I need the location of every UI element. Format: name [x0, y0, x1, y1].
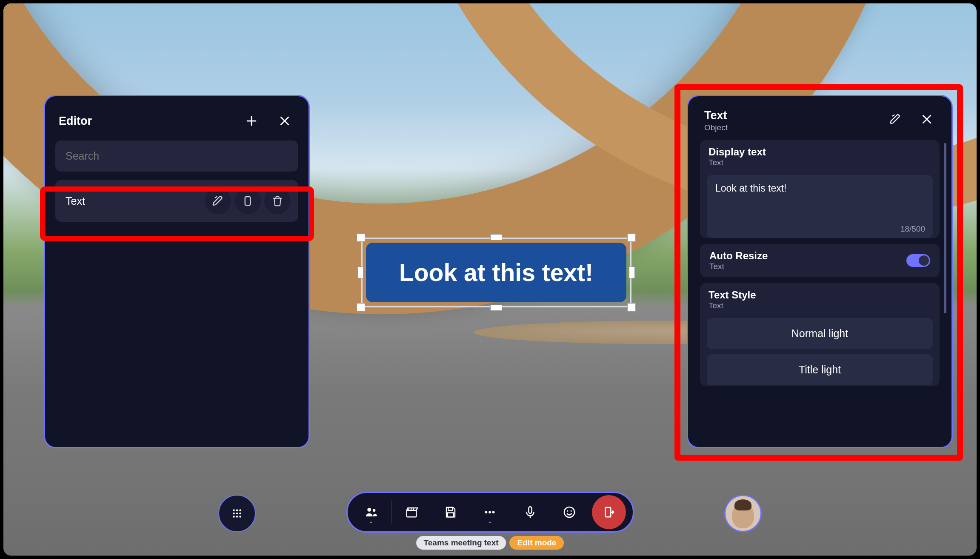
add-button[interactable] [241, 111, 262, 131]
leave-icon [602, 505, 616, 519]
svg-point-16 [489, 511, 491, 513]
svg-point-3 [239, 509, 241, 511]
close-icon [278, 115, 291, 127]
editor-panel: Editor Text [44, 95, 310, 448]
svg-rect-18 [529, 507, 531, 513]
svg-point-8 [236, 516, 238, 518]
auto-resize-sub: Text [709, 262, 768, 271]
resize-handle-br[interactable] [627, 303, 636, 312]
caret-icon: ⌃ [369, 521, 373, 527]
avatar-button[interactable] [724, 495, 762, 532]
properties-panel: Text Object Display text Text 18/500 [687, 95, 953, 448]
properties-header: Text Object [700, 106, 940, 140]
clapper-icon [404, 505, 419, 519]
display-text-input[interactable] [715, 183, 924, 225]
editor-header: Editor [55, 106, 298, 140]
resize-handle-tl[interactable] [357, 233, 365, 242]
grid-icon [231, 507, 243, 520]
svg-point-4 [233, 513, 235, 515]
save-icon [443, 505, 458, 519]
display-text-counter: 18/500 [900, 224, 925, 234]
resize-handle-bl[interactable] [357, 303, 365, 312]
auto-resize-section: Auto Resize Text [700, 244, 940, 277]
editor-item-label: Text [66, 195, 85, 207]
svg-rect-13 [448, 507, 452, 510]
selection-frame [361, 238, 631, 307]
toggle-knob [919, 255, 929, 266]
svg-rect-12 [406, 510, 416, 517]
svg-rect-22 [605, 507, 611, 517]
save-button[interactable] [431, 495, 470, 529]
bottom-toolbar: ⌃ ⌃ [346, 492, 634, 533]
pen-icon [211, 195, 224, 207]
editor-search[interactable] [55, 140, 298, 172]
smile-icon [562, 505, 577, 519]
avatar-face [732, 503, 754, 528]
toolbar-separator [391, 500, 391, 524]
close-editor-button[interactable] [274, 111, 295, 131]
editor-list: Text [55, 180, 298, 222]
svg-rect-14 [447, 513, 453, 517]
more-button[interactable]: ⌃ [471, 495, 509, 529]
toolbar-pill: ⌃ ⌃ [346, 492, 634, 533]
plus-icon [245, 115, 258, 127]
svg-point-6 [239, 513, 241, 515]
svg-point-1 [233, 509, 235, 511]
text-style-title: Text Style [709, 289, 931, 301]
reactions-button[interactable] [550, 495, 589, 529]
resize-handle-bm[interactable] [490, 305, 502, 311]
caret-icon: ⌃ [488, 521, 492, 527]
text-style-option-title-light[interactable]: Title light [707, 354, 933, 385]
auto-resize-toggle[interactable] [906, 254, 930, 267]
people-icon [364, 505, 378, 519]
display-text-field[interactable]: 18/500 [707, 175, 933, 238]
editor-item-text[interactable]: Text [55, 180, 298, 222]
status-bar: Teams meeting text Edit mode [416, 536, 564, 550]
text-style-option-normal-light[interactable]: Normal light [707, 318, 933, 349]
people-button[interactable]: ⌃ [352, 495, 390, 529]
leave-button[interactable] [592, 495, 626, 529]
svg-point-9 [239, 516, 241, 518]
svg-point-15 [485, 511, 487, 513]
edit-properties-button[interactable] [885, 109, 906, 129]
pen-icon [889, 113, 902, 126]
display-text-sub: Text [709, 158, 931, 167]
canvas-text-object[interactable]: Look at this text! [361, 238, 631, 307]
mic-button[interactable] [511, 495, 549, 529]
auto-resize-title: Auto Resize [709, 250, 768, 262]
trash-icon [271, 195, 284, 207]
resize-handle-ml[interactable] [357, 267, 363, 278]
editor-header-actions [241, 111, 295, 131]
text-style-sub: Text [709, 301, 931, 310]
duplicate-item-button[interactable] [234, 188, 261, 214]
delete-item-button[interactable] [264, 188, 291, 214]
properties-title: Text [704, 109, 728, 122]
resize-handle-mr[interactable] [629, 267, 635, 278]
svg-point-11 [372, 509, 375, 512]
display-text-section: Display text Text 18/500 [700, 140, 940, 238]
svg-point-17 [492, 511, 494, 513]
edit-item-button[interactable] [205, 188, 231, 214]
svg-point-2 [236, 509, 238, 511]
scene-viewport: Look at this text! Editor [3, 3, 977, 556]
clapper-button[interactable] [392, 495, 431, 529]
properties-scrollbar[interactable] [944, 143, 946, 313]
editor-search-input[interactable] [66, 150, 288, 162]
app-menu-button[interactable] [218, 495, 256, 532]
text-style-section: Text Style Text Normal light Title light [700, 283, 940, 386]
resize-handle-tm[interactable] [490, 234, 502, 240]
mic-icon [523, 505, 537, 519]
properties-subtitle: Object [704, 123, 728, 132]
toolbar-separator [510, 500, 510, 524]
editor-item-actions [205, 188, 291, 214]
editor-title: Editor [59, 115, 92, 128]
svg-point-10 [367, 508, 371, 512]
avatar-hair [734, 499, 751, 510]
status-meeting-name: Teams meeting text [416, 536, 506, 550]
svg-point-21 [570, 510, 571, 511]
svg-point-20 [567, 510, 568, 511]
more-icon [483, 505, 497, 519]
close-properties-button[interactable] [917, 109, 937, 129]
resize-handle-tr[interactable] [627, 233, 636, 242]
close-icon [920, 113, 933, 126]
